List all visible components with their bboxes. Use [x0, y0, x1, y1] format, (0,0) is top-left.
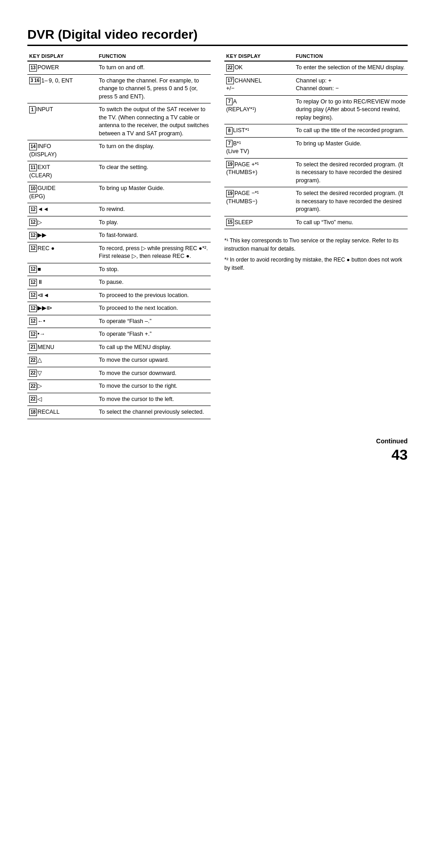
- table-row: 12•→To operate “Flash +.”: [27, 328, 211, 341]
- key-display-cell: 7A(REPLAY*¹): [224, 95, 294, 124]
- key-number: 1: [29, 106, 36, 113]
- key-number: 18: [29, 409, 37, 416]
- function-cell: Channel up: +Channel down: −: [294, 74, 408, 95]
- key-number: 17: [226, 77, 234, 84]
- table-row: 12⧏◄To proceed to the previous location.: [27, 289, 211, 302]
- right-col1-header: Key Display: [224, 52, 294, 61]
- function-cell: To bring up Master Guide.: [294, 137, 408, 158]
- key-display-cell: 22OK: [224, 61, 294, 74]
- key-number: 12: [29, 232, 37, 239]
- key-display-cell: 18RECALL: [27, 406, 97, 419]
- key-number: 14: [29, 143, 37, 150]
- key-display-cell: 12REC ●: [27, 242, 97, 263]
- function-cell: To fast-forward.: [97, 229, 211, 242]
- key-display-cell: 12←•: [27, 315, 97, 328]
- function-cell: To play.: [97, 216, 211, 229]
- key-number: 12: [29, 292, 37, 299]
- key-display-cell: 12⏸: [27, 276, 97, 289]
- table-row: 12←•To operate “Flash –.”: [27, 315, 211, 328]
- key-number: 22: [226, 64, 234, 72]
- function-cell: To clear the setting.: [97, 161, 211, 182]
- table-row: 12▷To play.: [27, 216, 211, 229]
- footnote: *² In order to avoid recording by mistak…: [224, 256, 408, 272]
- left-col2-header: Function: [97, 52, 211, 61]
- footnotes: *¹ This key corresponds to Tivo service …: [224, 236, 408, 272]
- key-display-cell: 19PAGE −*¹(THUMBS−): [224, 187, 294, 216]
- key-display-cell: 12▶▶: [27, 229, 97, 242]
- page-title: DVR (Digital video recorder): [27, 27, 408, 46]
- continued-label: Continued: [376, 437, 408, 445]
- table-row: 1INPUTTo switch the output of the SAT re…: [27, 103, 211, 140]
- key-number: 7: [226, 98, 233, 105]
- key-number: 7: [226, 140, 233, 147]
- key-number: 10: [29, 185, 37, 192]
- key-number: 12: [29, 206, 37, 213]
- key-display-cell: 19PAGE +*¹(THUMBS+): [224, 158, 294, 187]
- key-number: 12: [29, 331, 37, 338]
- key-display-cell: 10GUIDE(EPG): [27, 182, 97, 203]
- key-display-cell: 12◄◄: [27, 203, 97, 216]
- page-number: 43: [27, 447, 408, 463]
- function-cell: To turn on the display.: [97, 140, 211, 161]
- key-display-cell: 17CHANNEL+/−: [224, 74, 294, 95]
- function-cell: To move the cursor downward.: [97, 367, 211, 380]
- function-cell: To operate “Flash –.”: [97, 315, 211, 328]
- continued-section: Continued 43: [27, 437, 408, 463]
- function-cell: To proceed to the previous location.: [97, 289, 211, 302]
- key-display-cell: 22△: [27, 354, 97, 367]
- key-number: 22: [29, 395, 37, 403]
- key-display-cell: 8LIST*¹: [224, 124, 294, 138]
- key-number: 19: [226, 161, 234, 168]
- function-cell: To call up the MENU display.: [97, 341, 211, 354]
- table-row: 19PAGE −*¹(THUMBS−)To select the desired…: [224, 187, 408, 216]
- function-cell: To operate “Flash +.”: [97, 328, 211, 341]
- function-cell: To change the channel. For example, to c…: [97, 74, 211, 103]
- function-cell: To stop.: [97, 263, 211, 276]
- key-display-cell: 13POWER: [27, 61, 97, 74]
- key-display-cell: 11EXIT(CLEAR): [27, 161, 97, 182]
- key-display-cell: 21MENU: [27, 341, 97, 354]
- key-display-cell: 7B*¹(Live TV): [224, 137, 294, 158]
- table-row: 17CHANNEL+/−Channel up: +Channel down: −: [224, 74, 408, 95]
- table-row: 12⏸To pause.: [27, 276, 211, 289]
- key-number: 22: [29, 357, 37, 364]
- table-row: 22◁To move the cursor to the left.: [27, 393, 211, 406]
- key-number: 22: [29, 383, 37, 390]
- table-row: 18RECALLTo select the channel previously…: [27, 406, 211, 419]
- table-row: 13POWERTo turn on and off.: [27, 61, 211, 74]
- key-number: 13: [29, 64, 37, 72]
- table-row: 12▶▶To fast-forward.: [27, 229, 211, 242]
- table-row: 12▶▶⧐To proceed to the next location.: [27, 302, 211, 315]
- function-cell: To enter the selection of the MENU displ…: [294, 61, 408, 74]
- left-col1-header: Key Display: [27, 52, 97, 61]
- key-number: 12: [29, 305, 37, 312]
- key-number: 12: [29, 279, 37, 286]
- table-row: 7A(REPLAY*¹)To replay Or to go into REC/…: [224, 95, 408, 124]
- table-row: 12■To stop.: [27, 263, 211, 276]
- key-display-cell: 14INFO(DISPLAY): [27, 140, 97, 161]
- key-number: 15: [226, 219, 234, 226]
- footnote: *¹ This key corresponds to Tivo service …: [224, 236, 408, 253]
- key-display-cell: 12▶▶⧐: [27, 302, 97, 315]
- key-display-cell: 15SLEEP: [224, 216, 294, 229]
- key-number: 21: [29, 344, 37, 351]
- function-cell: To switch the output of the SAT receiver…: [97, 103, 211, 140]
- key-display-cell: 3 161– 9, 0, ENT: [27, 74, 97, 103]
- function-cell: To record, press ▷ while pressing REC ●*…: [97, 242, 211, 263]
- function-cell: To bring up Master Guide.: [97, 182, 211, 203]
- key-number: 22: [29, 370, 37, 377]
- table-row: 15SLEEPTo call up “Tivo” menu.: [224, 216, 408, 229]
- function-cell: To rewind.: [97, 203, 211, 216]
- table-row: 21MENUTo call up the MENU display.: [27, 341, 211, 354]
- function-cell: To select the desired recorded program. …: [294, 187, 408, 216]
- key-number: 12: [29, 245, 37, 252]
- function-cell: To move the cursor upward.: [97, 354, 211, 367]
- key-number: 19: [226, 190, 234, 197]
- key-number: 12: [29, 266, 37, 273]
- function-cell: To select the desired recorded program. …: [294, 158, 408, 187]
- key-number: 12: [29, 219, 37, 226]
- key-display-cell: 22▽: [27, 367, 97, 380]
- function-cell: To call up the title of the recorded pro…: [294, 124, 408, 138]
- table-row: 22OKTo enter the selection of the MENU d…: [224, 61, 408, 74]
- table-row: 19PAGE +*¹(THUMBS+)To select the desired…: [224, 158, 408, 187]
